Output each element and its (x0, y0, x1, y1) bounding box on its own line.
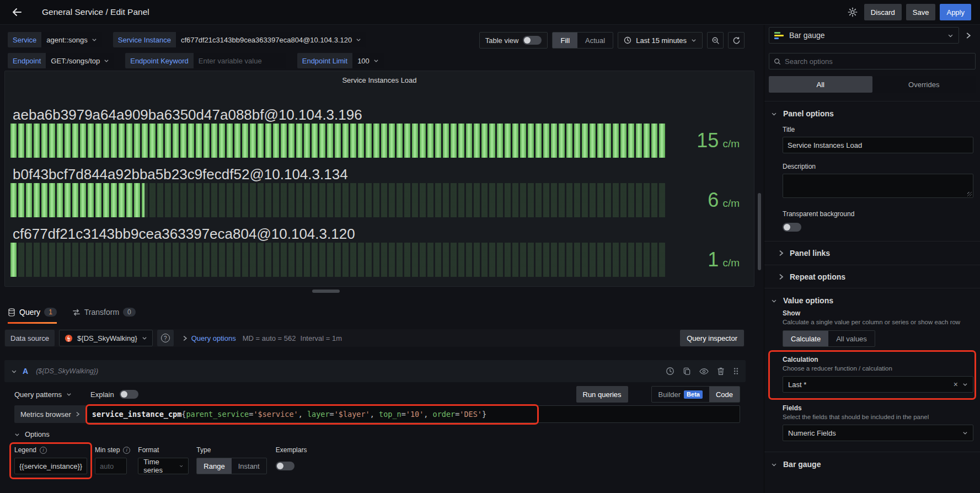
chevron-down-icon (11, 368, 17, 374)
service-instance-variable-dropdown[interactable]: cf677df21c3143bb9cea363397eca804@10.104.… (176, 32, 366, 47)
drag-handle-grip-icon[interactable] (733, 367, 739, 376)
all-values-button[interactable]: All values (828, 331, 875, 346)
metrics-browser-label: Metrics browser (20, 410, 71, 419)
database-icon (8, 308, 15, 317)
duplicate-query-icon[interactable] (683, 367, 691, 376)
service-variable-dropdown[interactable]: agent::songs (41, 32, 101, 47)
collapse-sidebar-chevron-icon[interactable] (961, 30, 976, 41)
panel-options-fields: Title Description Transparent background (764, 126, 980, 232)
show-field-description: Calculate a single value per column or s… (783, 319, 973, 325)
fields-select[interactable]: Numeric Fields (783, 425, 973, 441)
query-ref-datasource: (${DS_SkyWalking}) (36, 367, 98, 375)
run-queries-button[interactable]: Run queries (576, 386, 628, 403)
question-mark-icon: ? (161, 334, 170, 342)
query-patterns-label: Query patterns (14, 390, 62, 399)
table-view-toggle[interactable] (523, 36, 542, 45)
range-button[interactable]: Range (197, 458, 231, 474)
query-inspector-button[interactable]: Query inspector (680, 330, 744, 346)
viz-picker-row: Bar gauge (769, 27, 976, 44)
explain-toggle[interactable] (120, 390, 138, 399)
value-options-section-header[interactable]: Value options (764, 288, 980, 309)
options-section-header[interactable]: Options (14, 430, 740, 438)
panel-options-section-label: Panel options (783, 109, 834, 118)
query-history-icon[interactable] (666, 367, 674, 376)
discard-button[interactable]: Discard (864, 4, 902, 20)
panel-description-textarea[interactable] (783, 174, 973, 198)
chevron-down-icon (14, 432, 20, 437)
table-view-toggle-group: Table view (479, 32, 548, 49)
gauge-row: cf677df21c3143bb9cea363397eca804@10.104.… (10, 225, 748, 277)
code-button[interactable]: Code (709, 387, 740, 402)
chevron-down-icon (771, 462, 777, 468)
apply-button[interactable]: Apply (940, 4, 971, 20)
actual-button[interactable]: Actual (577, 33, 613, 48)
calculation-select[interactable]: Last * × (783, 376, 973, 393)
fields-field-description: Select the fields that should be include… (783, 414, 973, 420)
bar-gauge-section-header[interactable]: Bar gauge (764, 452, 980, 473)
repeat-options-label: Repeat options (790, 272, 845, 281)
tab-transform[interactable]: Transform 0 (72, 301, 136, 324)
instant-button[interactable]: Instant (232, 458, 266, 474)
promql-expression-code: service_instance_cpm{parent_service='$se… (92, 410, 486, 419)
service-variable: Service agent::songs (8, 32, 102, 47)
gauge-value-number: 15 (697, 129, 719, 152)
back-arrow-icon[interactable] (9, 4, 25, 20)
builder-label: Builder (658, 390, 681, 399)
legend-input[interactable] (14, 458, 87, 474)
title-field-label: Title (783, 126, 973, 133)
format-select[interactable]: Time series (138, 458, 189, 474)
page-title: General Service / Edit Panel (42, 7, 149, 17)
transparent-background-toggle[interactable] (783, 223, 801, 232)
pane-resize-handle[interactable] (312, 290, 340, 293)
datasource-name: ${DS_SkyWalking} (77, 334, 137, 342)
options-section-label: Options (25, 430, 50, 438)
panel-links-section-header[interactable]: Panel links (764, 242, 980, 265)
gauge-label: cf677df21c3143bb9cea363397eca804@10.104.… (13, 225, 748, 243)
panel-options-section-header[interactable]: Panel options (764, 101, 980, 122)
delete-query-trash-icon[interactable] (717, 367, 725, 376)
tab-query[interactable]: Query 1 (8, 301, 57, 324)
bar-gauge-section-label: Bar gauge (783, 460, 821, 469)
save-button[interactable]: Save (906, 4, 936, 20)
datasource-help-button[interactable]: ? (157, 330, 174, 346)
options-search-input[interactable] (785, 57, 971, 66)
endpoint-limit-variable: Endpoint Limit 100 (297, 53, 384, 68)
zoom-out-button[interactable] (707, 32, 724, 49)
fill-button[interactable]: Fill (553, 33, 577, 48)
endpoint-variable-label: Endpoint (8, 53, 46, 68)
visualization-picker[interactable]: Bar gauge (769, 27, 959, 44)
datasource-picker[interactable]: ${DS_SkyWalking} (59, 330, 153, 346)
panel-title-input[interactable] (783, 137, 973, 153)
fields-select-value: Numeric Fields (788, 429, 836, 437)
promql-expression-input[interactable]: service_instance_cpm{parent_service='$se… (86, 405, 740, 423)
query-options-toggle[interactable]: Query options (183, 334, 236, 342)
chevron-down-icon (179, 463, 183, 469)
tab-overrides[interactable]: Overrides (872, 76, 976, 93)
fields-field-label: Fields (783, 404, 973, 412)
gauge-value-unit: c/m (722, 257, 740, 269)
calculate-button[interactable]: Calculate (783, 331, 828, 346)
zoom-out-icon (711, 36, 720, 45)
options-filter-tabs: All Overrides (769, 76, 976, 93)
min-step-input[interactable] (95, 458, 127, 474)
settings-gear-icon[interactable] (845, 5, 860, 19)
exemplars-toggle[interactable] (276, 462, 294, 470)
endpoint-variable-dropdown[interactable]: GET:/songs/top (46, 53, 114, 68)
show-field-label: Show (783, 309, 973, 317)
clear-x-icon[interactable]: × (954, 380, 958, 389)
repeat-options-section-header[interactable]: Repeat options (764, 265, 980, 288)
query-row-header[interactable]: A (${DS_SkyWalking}) (4, 360, 746, 382)
hide-query-eye-icon[interactable] (699, 367, 709, 376)
gauge-value: 6 c/m (665, 189, 748, 212)
endpoint-limit-dropdown[interactable]: 100 (352, 53, 384, 68)
gauge-label: aeba6b3979a64a909ba6350d47a088bf@10.104.… (13, 106, 748, 124)
refresh-button[interactable] (728, 32, 745, 49)
endpoint-keyword-label: Endpoint Keyword (125, 53, 194, 68)
metrics-browser-toggle[interactable]: Metrics browser (14, 405, 86, 423)
tab-all[interactable]: All (769, 76, 872, 93)
main-scrollbar-thumb[interactable] (758, 193, 761, 270)
query-patterns-dropdown[interactable]: Query patterns (14, 390, 72, 399)
builder-button[interactable]: Builder Beta (652, 387, 709, 402)
endpoint-keyword-input[interactable] (199, 57, 281, 65)
time-range-picker[interactable]: Last 15 minutes (618, 32, 703, 49)
